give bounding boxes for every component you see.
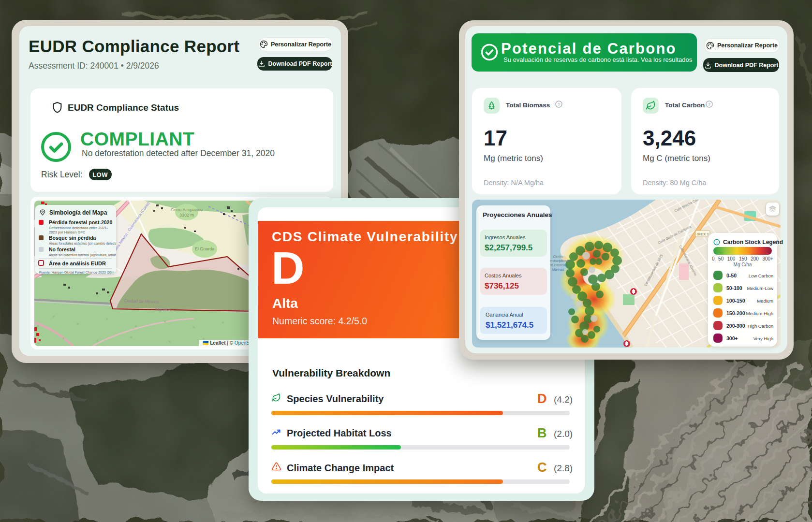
- svg-text:El Guarda: El Guarda: [195, 246, 215, 251]
- svg-text:MEX 1: MEX 1: [697, 232, 709, 236]
- svg-text:Marinas: Marinas: [552, 268, 564, 271]
- svg-text:?: ?: [558, 102, 560, 107]
- svg-text:Cerro Acopiaxco: Cerro Acopiaxco: [171, 207, 203, 212]
- svg-text:de Ciencias: de Ciencias: [549, 263, 567, 267]
- svg-text:Morelos: Morelos: [155, 307, 171, 312]
- svg-text:3302 m: 3302 m: [179, 213, 194, 218]
- svg-text:?: ?: [708, 102, 710, 107]
- svg-text:Centro: Centro: [553, 255, 563, 258]
- svg-text:i: i: [716, 240, 717, 245]
